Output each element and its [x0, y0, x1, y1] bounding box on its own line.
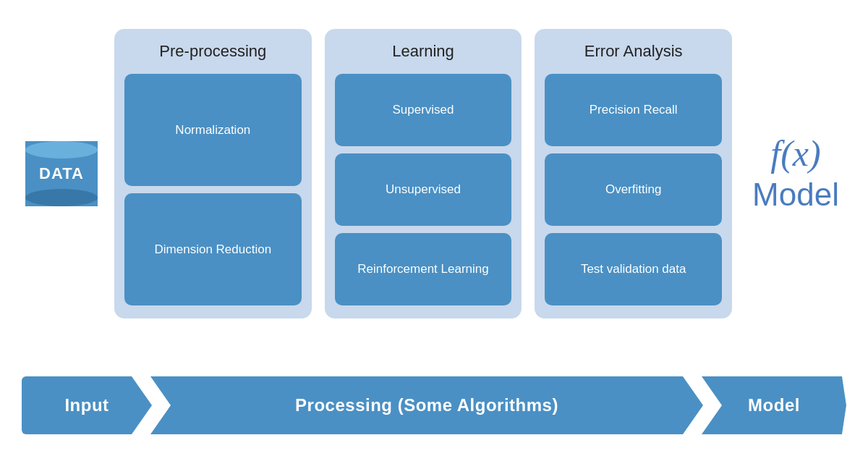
preprocessing-item-1: Dimension Reduction — [124, 193, 302, 305]
data-cylinder: DATA — [22, 141, 101, 206]
arrow-bar: Input Processing (Some Algorithms) Model — [22, 376, 846, 434]
preprocessing-column: Pre-processing Normalization Dimension R… — [114, 29, 312, 318]
fx-label: f(x) — [770, 135, 820, 172]
arrow-input: Input — [22, 376, 152, 434]
learning-item-0: Supervised — [335, 74, 512, 146]
preprocessing-item-0: Normalization — [124, 74, 302, 186]
error-analysis-item-0: Precision Recall — [545, 74, 722, 146]
error-analysis-title: Error Analysis — [584, 42, 683, 61]
model-text-label: Model — [752, 177, 839, 213]
diagram-area: DATA Pre-processing Normalization Dimens… — [0, 0, 868, 333]
arrow-model: Model — [702, 376, 846, 434]
learning-item-1: Unsupervised — [335, 153, 512, 226]
arrow-input-label: Input — [64, 395, 109, 415]
arrow-processing: Processing (Some Algorithms) — [150, 376, 703, 434]
error-analysis-item-2: Test validation data — [545, 233, 722, 305]
arrow-bar-container: Input Processing (Some Algorithms) Model — [0, 355, 868, 456]
learning-item-2: Reinforcement Learning — [335, 233, 512, 305]
model-area: f(x) Model — [745, 135, 846, 213]
error-analysis-column: Error Analysis Precision Recall Overfitt… — [535, 29, 732, 318]
learning-title: Learning — [392, 42, 454, 61]
learning-column: Learning Supervised Unsupervised Reinfor… — [325, 29, 522, 318]
arrow-processing-label: Processing (Some Algorithms) — [295, 395, 558, 415]
preprocessing-title: Pre-processing — [159, 42, 266, 61]
arrow-model-label: Model — [748, 395, 800, 415]
error-analysis-item-1: Overfitting — [545, 153, 722, 226]
data-label: DATA — [39, 164, 84, 183]
fx-text: f(x) — [770, 133, 820, 174]
